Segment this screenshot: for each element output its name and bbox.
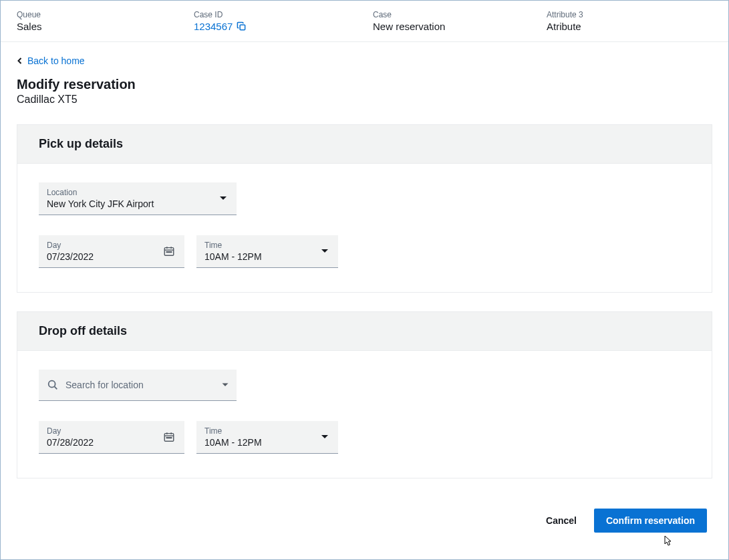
copy-icon[interactable] [237,21,247,31]
caret-down-icon [321,249,329,254]
header-attribute3: Attribute 3 Atribute [547,10,712,32]
caseid-value[interactable]: 1234567 [194,21,373,32]
svg-rect-12 [166,437,172,438]
cancel-button[interactable]: Cancel [543,510,579,531]
case-value: New reservation [373,21,547,32]
dropoff-day-input[interactable]: Day 07/28/2022 [39,421,184,454]
dropoff-day-value: 07/28/2022 [47,437,176,448]
pickup-heading: Pick up details [17,125,712,164]
svg-line-7 [55,387,57,390]
back-link-text: Back to home [27,55,85,66]
caret-down-icon [321,434,329,440]
caret-down-icon [222,383,229,387]
attr3-value: Atribute [547,21,712,32]
calendar-icon [163,245,175,257]
dropoff-time-value: 10AM - 12PM [204,437,330,448]
pickup-time-select[interactable]: Time 10AM - 12PM [196,235,338,268]
search-icon [47,379,59,391]
pickup-day-input[interactable]: Day 07/23/2022 [39,235,184,268]
pickup-time-label: Time [204,241,330,250]
pickup-day-value: 07/23/2022 [47,251,176,262]
page-subtitle: Cadillac XT5 [17,94,712,106]
dropoff-time-label: Time [204,426,330,436]
dropoff-heading: Drop off details [17,312,712,351]
header-case: Case New reservation [373,10,547,32]
caret-down-icon [219,196,227,201]
back-link[interactable]: Back to home [17,55,712,66]
header-case-id: Case ID 1234567 [194,10,373,32]
case-header: Queue Sales Case ID 1234567 Case New res… [1,1,728,42]
pickup-location-value: New York City JFK Airport [47,198,229,209]
attr3-label: Attribute 3 [547,10,712,19]
svg-rect-0 [241,25,246,30]
svg-rect-5 [166,251,172,253]
caseid-text: 1234567 [194,21,233,32]
confirm-reservation-button[interactable]: Confirm reservation [594,509,707,533]
case-label: Case [373,10,547,19]
action-bar: Cancel Confirm reservation [17,503,712,543]
chevron-left-icon [17,57,23,65]
dropoff-location-search[interactable]: Search for location [39,370,237,401]
pickup-day-label: Day [47,241,176,250]
pickup-panel: Pick up details Location New York City J… [17,124,712,293]
svg-point-6 [49,381,55,388]
dropoff-time-select[interactable]: Time 10AM - 12PM [196,421,338,454]
dropoff-day-label: Day [47,426,176,436]
page-title: Modify reservation [17,77,712,92]
pickup-location-select[interactable]: Location New York City JFK Airport [39,182,237,215]
queue-value: Sales [17,21,194,32]
queue-label: Queue [17,10,194,19]
header-queue: Queue Sales [17,10,194,32]
dropoff-panel: Drop off details Search for location [17,311,712,478]
pickup-time-value: 10AM - 12PM [204,251,330,262]
pickup-location-label: Location [47,188,229,197]
dropoff-search-placeholder: Search for location [65,380,215,390]
cursor-icon [661,533,674,549]
calendar-icon [163,431,175,443]
caseid-label: Case ID [194,10,373,19]
